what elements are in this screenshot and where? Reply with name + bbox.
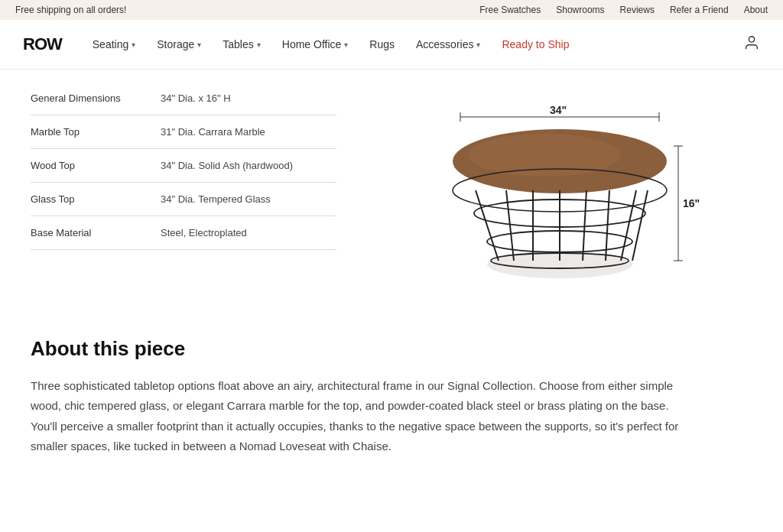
table-row: Glass Top 34" Dia. Tempered Glass: [31, 183, 336, 216]
spec-label: Glass Top: [31, 183, 161, 216]
table-row: General Dimensions 34" Dia. x 16" H: [31, 92, 336, 115]
specs-diagram-section: General Dimensions 34" Dia. x 16" H Marb…: [31, 92, 752, 291]
svg-text:16": 16": [683, 197, 700, 209]
nav-item-seating[interactable]: Seating ▾: [93, 38, 135, 50]
nav-item-ready-to-ship[interactable]: Ready to Ship: [502, 38, 569, 50]
diagram-svg: 34" 16": [414, 100, 705, 284]
table-row: Base Material Steel, Electroplated: [31, 216, 336, 250]
spec-value: Steel, Electroplated: [161, 216, 336, 250]
top-bar-link-reviews[interactable]: Reviews: [620, 5, 655, 15]
nav-item-home-office[interactable]: Home Office ▾: [282, 38, 349, 50]
user-icon[interactable]: [743, 34, 760, 55]
chevron-down-icon: ▾: [132, 41, 135, 49]
chevron-down-icon: ▾: [476, 41, 480, 49]
chevron-down-icon: ▾: [197, 41, 201, 49]
svg-text:34": 34": [550, 104, 567, 116]
svg-line-16: [583, 190, 586, 261]
spec-label: Wood Top: [31, 149, 161, 183]
specs-table: General Dimensions 34" Dia. x 16" H Marb…: [31, 92, 336, 250]
top-bar-link-refer[interactable]: Refer a Friend: [670, 5, 729, 15]
about-section: About this piece Three sophisticated tab…: [31, 337, 752, 456]
nav-item-tables[interactable]: Tables ▾: [223, 38, 260, 50]
top-bar: Free shipping on all orders! Free Swatch…: [0, 0, 783, 20]
main-nav: ROW Seating ▾ Storage ▾ Tables ▾ Home Of…: [0, 20, 783, 70]
top-bar-link-showrooms[interactable]: Showrooms: [556, 5, 604, 15]
svg-point-0: [749, 36, 754, 41]
svg-line-12: [476, 190, 499, 261]
nav-item-rugs[interactable]: Rugs: [369, 38, 395, 50]
nav-item-storage[interactable]: Storage ▾: [157, 38, 201, 50]
top-bar-links: Free Swatches Showrooms Reviews Refer a …: [479, 5, 768, 15]
spec-value: 31" Dia. Carrara Marble: [161, 115, 336, 149]
top-bar-link-swatches[interactable]: Free Swatches: [479, 5, 541, 15]
top-bar-message: Free shipping on all orders!: [15, 5, 126, 15]
product-diagram: 34" 16": [367, 92, 752, 291]
spec-value: 34" Dia. Solid Ash (hardwood): [161, 149, 336, 183]
main-content: General Dimensions 34" Dia. x 16" H Marb…: [0, 70, 783, 479]
chevron-down-icon: ▾: [344, 41, 348, 49]
table-row: Wood Top 34" Dia. Solid Ash (hardwood): [31, 149, 336, 183]
nav-items: Seating ▾ Storage ▾ Tables ▾ Home Office…: [93, 38, 743, 50]
brand-logo[interactable]: ROW: [23, 34, 62, 54]
spec-value: 34" Dia. x 16" H: [161, 92, 336, 115]
chevron-down-icon: ▾: [257, 41, 261, 49]
about-title: About this piece: [31, 337, 752, 361]
about-text: Three sophisticated tabletop options flo…: [31, 376, 688, 456]
nav-item-accessories[interactable]: Accessories ▾: [416, 38, 480, 50]
top-bar-link-about[interactable]: About: [744, 5, 768, 15]
spec-value: 34" Dia. Tempered Glass: [161, 183, 336, 216]
table-row: Marble Top 31" Dia. Carrara Marble: [31, 115, 336, 149]
spec-label: Marble Top: [31, 115, 161, 149]
spec-label: General Dimensions: [31, 92, 161, 115]
spec-label: Base Material: [31, 216, 161, 250]
